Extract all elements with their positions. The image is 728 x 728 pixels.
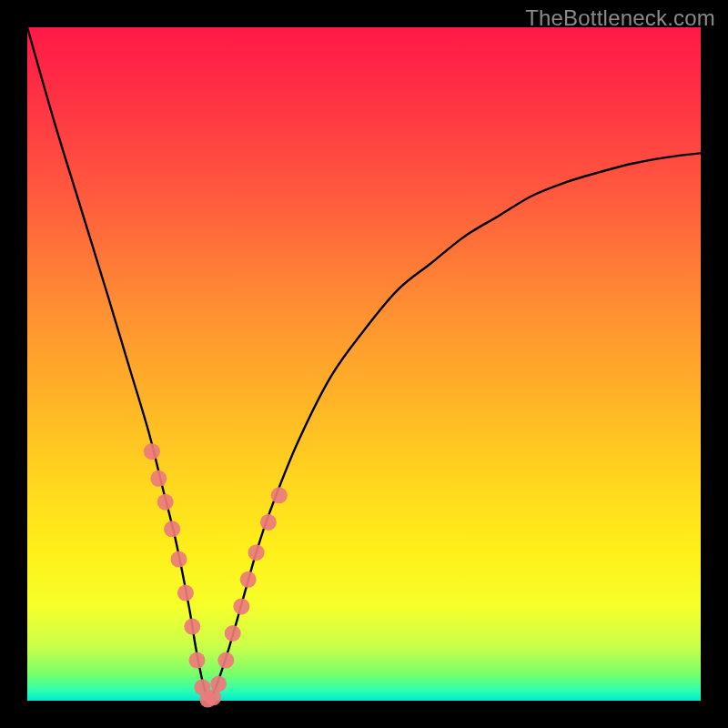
marker-dot	[157, 494, 174, 511]
marker-dot	[233, 598, 249, 614]
marker-dot	[184, 619, 200, 635]
marker-dot	[225, 625, 241, 642]
marker-dot	[177, 585, 194, 602]
marker-dot	[188, 652, 205, 669]
marker-dot	[210, 676, 227, 693]
bottleneck-curve	[27, 27, 701, 701]
marker-dot	[240, 571, 257, 588]
marker-dot	[271, 487, 288, 503]
marker-dot	[144, 443, 160, 460]
marker-dot	[248, 544, 265, 561]
chart-frame: TheBottleneck.com	[0, 0, 728, 728]
marker-dot	[217, 652, 234, 669]
marker-dot	[164, 521, 180, 537]
highlight-markers	[144, 443, 288, 707]
curve-svg	[27, 27, 701, 701]
marker-dot	[260, 514, 277, 531]
marker-dot	[150, 470, 167, 487]
plot-area	[27, 27, 701, 701]
marker-dot	[171, 551, 187, 568]
